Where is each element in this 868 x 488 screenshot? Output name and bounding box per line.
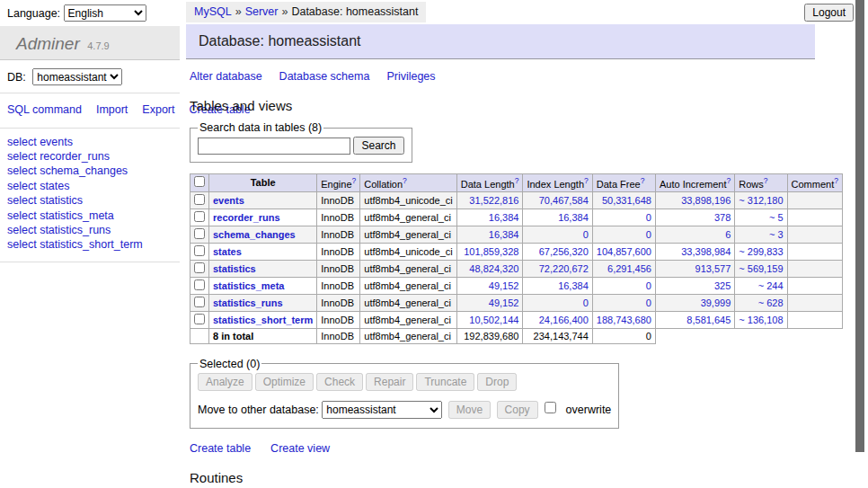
cell-index-length-link[interactable]: 70,467,584 bbox=[539, 195, 589, 206]
drop-button[interactable]: Drop bbox=[477, 373, 517, 391]
table-link-recorder-runs[interactable]: recorder_runs bbox=[213, 212, 280, 223]
cell-data-free-link[interactable]: 188,743,680 bbox=[597, 315, 651, 325]
sidebar-select-events[interactable]: select events bbox=[7, 135, 173, 149]
row-checkbox-schema-changes[interactable] bbox=[194, 228, 205, 239]
sidebar-select-statistics-short-term[interactable]: select statistics_short_term bbox=[7, 237, 173, 252]
table-link-statistics-runs[interactable]: statistics_runs bbox=[213, 297, 283, 308]
help-link[interactable]: ? bbox=[584, 176, 589, 185]
cell-data-free-link[interactable]: 6,291,456 bbox=[607, 263, 651, 274]
optimize-button[interactable]: Optimize bbox=[255, 373, 314, 391]
cell-rows-link[interactable]: ~ 244 bbox=[758, 280, 784, 291]
cell-rows-link[interactable]: ~ 3 bbox=[769, 229, 784, 240]
cell-rows-link[interactable]: ~ 312,180 bbox=[739, 195, 783, 206]
breadcrumb-mysql[interactable]: MySQL bbox=[194, 5, 232, 18]
help-link[interactable]: ? bbox=[834, 176, 838, 185]
cell-data-length-link[interactable]: 49,152 bbox=[489, 280, 519, 291]
alter-database-link[interactable]: Alter database bbox=[190, 70, 262, 83]
privileges-link[interactable]: Privileges bbox=[386, 70, 435, 83]
cell-data-length-link[interactable]: 31,522,816 bbox=[469, 195, 518, 206]
cell-data-free-link[interactable]: 50,331,648 bbox=[602, 195, 651, 206]
cell-data-length-link[interactable]: 10,502,144 bbox=[469, 315, 518, 325]
cell-index-length-link[interactable]: 0 bbox=[583, 229, 589, 240]
cell-auto-increment-link[interactable]: 913,577 bbox=[695, 263, 731, 274]
cell-data-length-link[interactable]: 48,824,320 bbox=[469, 263, 518, 274]
search-input[interactable] bbox=[198, 138, 350, 155]
copy-button[interactable]: Copy bbox=[497, 401, 538, 419]
search-button[interactable]: Search bbox=[353, 137, 403, 155]
sidebar-select-statistics-meta[interactable]: select statistics_meta bbox=[7, 209, 173, 223]
row-checkbox-statistics-meta[interactable] bbox=[194, 279, 205, 290]
repair-button[interactable]: Repair bbox=[366, 373, 413, 391]
cell-auto-increment-link[interactable]: 378 bbox=[714, 212, 731, 223]
row-checkbox-states[interactable] bbox=[194, 245, 205, 256]
help-link[interactable]: ? bbox=[764, 176, 768, 185]
sidebar-link-import[interactable]: Import bbox=[96, 103, 128, 116]
cell-auto-increment-link[interactable]: 6 bbox=[725, 229, 731, 240]
language-select[interactable]: English bbox=[64, 4, 146, 22]
help-link[interactable]: ? bbox=[727, 176, 731, 185]
help-link[interactable]: ? bbox=[515, 176, 519, 185]
cell-index-length-link[interactable]: 0 bbox=[583, 297, 589, 308]
cell-auto-increment-link[interactable]: 39,999 bbox=[701, 297, 731, 308]
cell-auto-increment-link[interactable]: 325 bbox=[714, 280, 731, 291]
move-button[interactable]: Move bbox=[448, 401, 491, 419]
language-bar: Language: English bbox=[7, 4, 146, 22]
cell-data-free-link[interactable]: 0 bbox=[646, 280, 651, 291]
table-link-statistics-short-term[interactable]: statistics_short_term bbox=[213, 315, 313, 325]
table-link-statistics-meta[interactable]: statistics_meta bbox=[213, 280, 285, 291]
select-all-checkbox[interactable] bbox=[194, 176, 205, 187]
cell-index-length-link[interactable]: 16,384 bbox=[558, 280, 589, 291]
cell-rows-link[interactable]: ~ 569,159 bbox=[739, 263, 783, 274]
cell-data-free-link[interactable]: 0 bbox=[646, 212, 651, 223]
help-link[interactable]: ? bbox=[403, 176, 407, 185]
move-database-select[interactable]: homeassistant bbox=[322, 401, 442, 419]
truncate-button[interactable]: Truncate bbox=[416, 373, 474, 391]
cell-auto-increment-link[interactable]: 33,398,984 bbox=[681, 246, 731, 257]
row-checkbox-statistics-runs[interactable] bbox=[194, 297, 205, 307]
analyze-button[interactable]: Analyze bbox=[198, 373, 252, 391]
sidebar-select-statistics[interactable]: select statistics bbox=[7, 193, 173, 208]
cell-index-length-link[interactable]: 72,220,672 bbox=[539, 263, 589, 274]
sidebar-select-states[interactable]: select states bbox=[7, 179, 173, 193]
sidebar-link-sql-command[interactable]: SQL command bbox=[7, 103, 82, 116]
cell-data-length-link[interactable]: 49,152 bbox=[489, 297, 519, 308]
sidebar-select-recorder-runs[interactable]: select recorder_runs bbox=[7, 149, 173, 164]
sidebar-select-statistics-runs[interactable]: select statistics_runs bbox=[7, 223, 173, 237]
row-checkbox-events[interactable] bbox=[194, 194, 205, 205]
cell-rows-link[interactable]: ~ 136,108 bbox=[739, 315, 783, 325]
cell-data-free-link[interactable]: 0 bbox=[646, 229, 651, 240]
row-checkbox-statistics-short-term[interactable] bbox=[194, 314, 205, 324]
sidebar-select-schema-changes[interactable]: select schema_changes bbox=[7, 164, 173, 178]
cell-index-length: 0 bbox=[523, 226, 592, 243]
cell-rows-link[interactable]: ~ 299,833 bbox=[739, 246, 783, 257]
create-view-link[interactable]: Create view bbox=[270, 442, 330, 455]
cell-data-free-link[interactable]: 0 bbox=[646, 297, 651, 308]
cell-index-length-link[interactable]: 24,166,400 bbox=[539, 315, 589, 325]
sidebar-link-export[interactable]: Export bbox=[142, 103, 174, 116]
cell-data-free-link[interactable]: 104,857,600 bbox=[597, 246, 651, 257]
cell-index-length-link[interactable]: 67,256,320 bbox=[539, 246, 589, 257]
cell-index-length-link[interactable]: 16,384 bbox=[558, 212, 589, 223]
help-link[interactable]: ? bbox=[352, 176, 357, 185]
cell-rows-link[interactable]: ~ 5 bbox=[769, 212, 784, 223]
row-checkbox-recorder-runs[interactable] bbox=[194, 211, 205, 222]
cell-data-length-link[interactable]: 16,384 bbox=[489, 229, 519, 240]
scrollbar-thumb[interactable] bbox=[855, 0, 864, 452]
cell-data-length-link[interactable]: 101,859,328 bbox=[464, 246, 518, 257]
create-table-link[interactable]: Create table bbox=[190, 442, 251, 455]
overwrite-checkbox[interactable] bbox=[545, 402, 556, 413]
cell-auto-increment-link[interactable]: 8,581,645 bbox=[686, 315, 731, 325]
cell-rows-link[interactable]: ~ 628 bbox=[758, 297, 784, 308]
row-checkbox-statistics[interactable] bbox=[194, 262, 205, 273]
database-schema-link[interactable]: Database schema bbox=[279, 70, 370, 83]
table-link-events[interactable]: events bbox=[213, 195, 244, 206]
breadcrumb-server[interactable]: Server bbox=[245, 5, 279, 18]
cell-auto-increment-link[interactable]: 33,898,196 bbox=[681, 195, 731, 206]
help-link[interactable]: ? bbox=[641, 176, 645, 185]
table-link-states[interactable]: states bbox=[213, 246, 242, 257]
cell-data-length-link[interactable]: 16,384 bbox=[489, 212, 519, 223]
check-button[interactable]: Check bbox=[316, 373, 363, 391]
table-link-statistics[interactable]: statistics bbox=[213, 263, 256, 274]
table-link-schema-changes[interactable]: schema_changes bbox=[213, 229, 296, 240]
db-select[interactable]: homeassistant bbox=[32, 68, 122, 85]
